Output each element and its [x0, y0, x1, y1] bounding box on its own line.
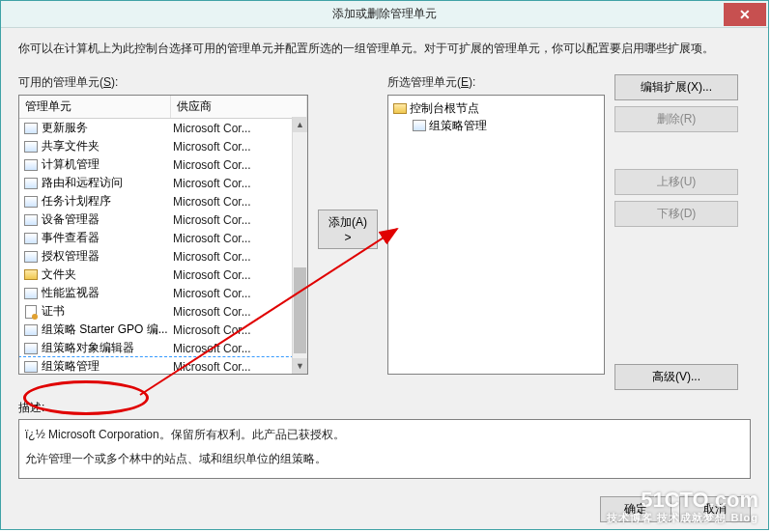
snapin-icon	[23, 341, 39, 356]
snapin-icon	[23, 322, 39, 338]
description-label: 描述:	[18, 400, 751, 416]
available-listbox[interactable]: 管理单元 供应商 更新服务Microsoft Cor...共享文件夹Micros…	[18, 95, 308, 375]
move-down-button[interactable]: 下移(D)	[614, 201, 738, 227]
snapin-icon	[23, 304, 39, 320]
list-header: 管理单元 供应商	[19, 96, 307, 119]
snapin-icon	[23, 157, 39, 173]
item-name: 组策略对象编辑器	[42, 340, 173, 356]
item-vendor: Microsoft Cor...	[173, 195, 303, 209]
scroll-up-button[interactable]: ▲	[293, 117, 307, 132]
snapin-icon	[412, 118, 427, 133]
item-name: 组策略 Starter GPO 编...	[42, 322, 173, 338]
dialog-title: 添加或删除管理单元	[1, 6, 768, 22]
remove-button[interactable]: 删除(R)	[614, 106, 738, 132]
item-vendor: Microsoft Cor...	[173, 232, 303, 245]
item-vendor: Microsoft Cor...	[173, 122, 303, 135]
snapin-icon	[23, 231, 39, 246]
list-item[interactable]: 组策略 Starter GPO 编...Microsoft Cor...	[19, 321, 307, 339]
tree-root[interactable]: 控制台根节点	[392, 99, 600, 117]
add-remove-snapin-dialog: 添加或删除管理单元 ✕ 你可以在计算机上为此控制台选择可用的管理单元并配置所选的…	[0, 0, 769, 530]
snapin-icon	[23, 267, 39, 283]
list-item[interactable]: 组策略对象编辑器Microsoft Cor...	[19, 339, 307, 357]
intro-text: 你可以在计算机上为此控制台选择可用的管理单元并配置所选的一组管理单元。对于可扩展…	[18, 40, 751, 57]
snapin-icon	[23, 249, 39, 265]
snapin-icon	[23, 212, 39, 228]
selected-column: 所选管理单元(E): 控制台根节点 组策略管理 编辑扩展(	[387, 74, 751, 390]
scrollbar[interactable]: ▲ ▼	[292, 117, 307, 374]
snapin-icon	[23, 359, 39, 375]
scroll-track[interactable]	[293, 132, 307, 358]
item-vendor: Microsoft Cor...	[173, 268, 303, 282]
selected-wrap: 所选管理单元(E): 控制台根节点 组策略管理	[387, 74, 605, 390]
item-name: 计算机管理	[42, 156, 173, 173]
item-vendor: Microsoft Cor...	[173, 140, 303, 154]
item-name: 证书	[42, 303, 173, 320]
item-vendor: Microsoft Cor...	[173, 158, 303, 172]
item-name: 性能监视器	[42, 285, 173, 301]
item-name: 更新服务	[42, 120, 173, 136]
col-header-name[interactable]: 管理单元	[19, 96, 171, 118]
list-item[interactable]: 文件夹Microsoft Cor...	[19, 266, 307, 284]
watermark: 51CTO.com 技术博客 技术成就梦想 Blog	[607, 489, 758, 523]
item-vendor: Microsoft Cor...	[173, 342, 303, 355]
item-vendor: Microsoft Cor...	[173, 323, 303, 337]
middle-column: 添加(A) >	[318, 74, 378, 249]
list-item[interactable]: 计算机管理Microsoft Cor...	[19, 155, 307, 174]
snapin-icon	[23, 176, 39, 191]
list-item[interactable]: 任务计划程序Microsoft Cor...	[19, 192, 307, 210]
description-box: ï¿½ Microsoft Corporation。保留所有权利。此产品已获授权…	[18, 419, 751, 479]
move-up-button[interactable]: 上移(U)	[614, 169, 738, 195]
watermark-line1: 51CTO.com	[607, 489, 758, 512]
add-button[interactable]: 添加(A) >	[318, 210, 378, 249]
item-vendor: Microsoft Cor...	[173, 250, 303, 264]
item-name: 任务计划程序	[42, 193, 173, 210]
col-header-vendor[interactable]: 供应商	[171, 96, 307, 118]
columns: 可用的管理单元(S): 管理单元 供应商 更新服务Microsoft Cor..…	[18, 74, 751, 390]
selected-label: 所选管理单元(E):	[387, 74, 605, 91]
list-item[interactable]: 共享文件夹Microsoft Cor...	[19, 137, 307, 155]
titlebar: 添加或删除管理单元 ✕	[1, 1, 768, 28]
scroll-down-button[interactable]: ▼	[293, 358, 307, 374]
description-line1: ï¿½ Microsoft Corporation。保留所有权利。此产品已获授权…	[25, 426, 744, 444]
tree-child[interactable]: 组策略管理	[392, 117, 600, 134]
item-name: 共享文件夹	[42, 138, 173, 154]
dialog-body: 你可以在计算机上为此控制台选择可用的管理单元并配置所选的一组管理单元。对于可扩展…	[1, 28, 768, 487]
snapin-icon	[23, 286, 39, 301]
snapin-icon	[23, 121, 39, 136]
available-column: 可用的管理单元(S): 管理单元 供应商 更新服务Microsoft Cor..…	[18, 74, 308, 375]
item-vendor: Microsoft Cor...	[173, 360, 303, 374]
list-item[interactable]: 授权管理器Microsoft Cor...	[19, 247, 307, 266]
available-label: 可用的管理单元(S):	[18, 74, 308, 91]
tree-child-label: 组策略管理	[429, 118, 487, 134]
list-item[interactable]: 事件查看器Microsoft Cor...	[19, 229, 307, 247]
list-item[interactable]: 组策略管理Microsoft Cor...	[19, 357, 307, 374]
tree-root-label: 控制台根节点	[410, 100, 479, 117]
right-buttons: 编辑扩展(X)... 删除(R) 上移(U) 下移(D) 高级(V)...	[614, 74, 738, 390]
item-name: 路由和远程访问	[42, 175, 173, 191]
item-vendor: Microsoft Cor...	[173, 177, 303, 190]
selected-tree[interactable]: 控制台根节点 组策略管理	[387, 95, 605, 375]
list-item[interactable]: 性能监视器Microsoft Cor...	[19, 284, 307, 302]
advanced-button[interactable]: 高级(V)...	[614, 364, 738, 390]
list-item[interactable]: 更新服务Microsoft Cor...	[19, 119, 307, 137]
item-name: 组策略管理	[42, 358, 173, 374]
snapin-icon	[23, 139, 39, 154]
list-item[interactable]: 设备管理器Microsoft Cor...	[19, 210, 307, 229]
item-name: 设备管理器	[42, 211, 173, 228]
edit-extensions-button[interactable]: 编辑扩展(X)...	[614, 74, 738, 100]
item-vendor: Microsoft Cor...	[173, 305, 303, 319]
list-item[interactable]: 路由和远程访问Microsoft Cor...	[19, 174, 307, 192]
item-name: 事件查看器	[42, 230, 173, 246]
item-name: 文件夹	[42, 266, 173, 283]
list-item[interactable]: 证书Microsoft Cor...	[19, 302, 307, 321]
scroll-thumb[interactable]	[294, 267, 306, 353]
folder-icon	[392, 100, 408, 116]
close-button[interactable]: ✕	[724, 3, 766, 26]
snapin-icon	[23, 194, 39, 210]
description-line2: 允许管理一个或多个林中的站点、域和组织单位的组策略。	[25, 450, 744, 468]
item-name: 授权管理器	[42, 248, 173, 265]
item-vendor: Microsoft Cor...	[173, 213, 303, 227]
available-items: 更新服务Microsoft Cor...共享文件夹Microsoft Cor..…	[19, 119, 307, 374]
item-vendor: Microsoft Cor...	[173, 287, 303, 300]
watermark-line2: 技术博客 技术成就梦想 Blog	[607, 512, 758, 523]
